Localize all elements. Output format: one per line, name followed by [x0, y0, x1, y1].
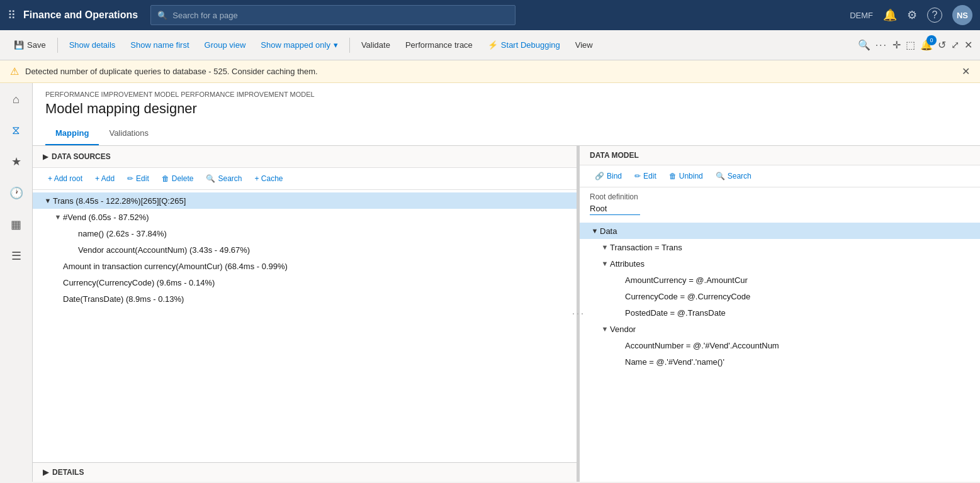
cross-reference-icon[interactable]: ✛: [893, 39, 901, 51]
search-icon: 🔍: [716, 172, 725, 180]
toolbar-separator-1: [57, 38, 58, 53]
delete-datasource-button[interactable]: 🗑 Delete: [157, 172, 199, 186]
data-model-toolbar: 🔗 Bind ✏ Edit 🗑 Unbind 🔍 Search: [580, 165, 980, 187]
nav-right-area: DEMF 🔔 ⚙ ? NS: [850, 5, 972, 25]
gear-icon[interactable]: ⚙: [907, 8, 917, 22]
global-search[interactable]: 🔍 Search for a page: [150, 5, 515, 25]
bind-button[interactable]: 🔗 Bind: [590, 169, 627, 183]
tree-item-name[interactable]: name() (2.62s - 37.84%): [33, 225, 577, 242]
data-model-pane: DATA MODEL 🔗 Bind ✏ Edit 🗑 Unbind: [580, 146, 980, 482]
search-icon: 🔍: [157, 11, 167, 20]
tree-item-name-model[interactable]: Name = @.'#Vend'.'name()': [580, 353, 980, 370]
avatar[interactable]: NS: [952, 5, 972, 25]
nav-grid-icon[interactable]: ⠿: [8, 8, 16, 22]
tree-item-account-number[interactable]: AccountNumber = @.'#Vend'.AccountNum: [580, 337, 980, 353]
tab-validations[interactable]: Validations: [99, 122, 159, 145]
validate-button[interactable]: Validate: [355, 38, 397, 52]
root-definition-label: Root definition: [590, 192, 970, 201]
page-header: PERFORMANCE IMPROVEMENT MODEL PERFORMANC…: [33, 83, 980, 122]
root-definition: Root definition Root: [580, 187, 980, 220]
main-toolbar: 💾 Save Show details Show name first Grou…: [0, 30, 980, 60]
left-sidebar: ⌂ ⧖ ★ 🕐 ▦ ☰: [0, 83, 33, 482]
content-area: PERFORMANCE IMPROVEMENT MODEL PERFORMANC…: [33, 83, 980, 482]
save-icon: 💾: [14, 40, 24, 50]
alert-bar: ⚠ Detected number of duplicate queries t…: [0, 60, 980, 83]
breadcrumb: PERFORMANCE IMPROVEMENT MODEL PERFORMANC…: [45, 91, 967, 98]
expand-icon[interactable]: ⬚: [906, 39, 915, 51]
dropdown-arrow-icon: ▾: [334, 40, 338, 50]
details-toggle-icon: ▶: [43, 468, 48, 477]
sidebar-recent-icon[interactable]: 🕐: [6, 182, 27, 204]
tree-toggle-transaction[interactable]: ▼: [600, 243, 610, 251]
open-new-icon[interactable]: ⤢: [951, 39, 959, 51]
data-sources-expand-icon[interactable]: ▶: [43, 153, 48, 161]
tree-item-currency-code[interactable]: CurrencyCode = @.CurrencyCode: [580, 288, 980, 304]
tree-item-posted-date[interactable]: PostedDate = @.TransDate: [580, 304, 980, 321]
toolbar-right-area: 🔍 ··· ✛ ⬚ 🔔 0 ↺ ⤢ ✕: [858, 39, 972, 51]
start-debugging-button[interactable]: ⚡ Start Debugging: [482, 38, 566, 52]
view-button[interactable]: View: [569, 38, 599, 52]
tree-item-vend[interactable]: ▼ #Vend (6.05s - 87.52%): [33, 209, 577, 225]
warning-icon: ⚠: [10, 65, 19, 77]
tree-item-date[interactable]: Date(TransDate) (8.9ms - 0.13%): [33, 291, 577, 307]
details-bar[interactable]: ▶ DETAILS: [33, 462, 577, 482]
data-sources-toolbar: + Add root + Add ✏ Edit 🗑 Delete 🔍: [33, 168, 577, 190]
search-icon-toolbar[interactable]: 🔍: [858, 39, 870, 51]
sidebar-modules-icon[interactable]: ☰: [8, 245, 25, 267]
notification-badge[interactable]: 🔔 0: [920, 39, 933, 51]
delete-icon: 🗑: [162, 174, 169, 183]
tree-item-attributes[interactable]: ▼ Attributes: [580, 255, 980, 272]
toolbar-separator-2: [349, 38, 350, 53]
bell-icon[interactable]: 🔔: [883, 8, 897, 22]
tree-item-data[interactable]: ▼ Data: [580, 223, 980, 239]
show-mapped-button[interactable]: Show mapped only ▾: [254, 38, 344, 52]
tree-item-trans[interactable]: ▼ Trans (8.45s - 122.28%)[265][Q:265]: [33, 192, 577, 209]
sidebar-home-icon[interactable]: ⌂: [9, 89, 23, 110]
data-model-tree: ▼ Data ▼ Transaction = Trans ▼ Attribute…: [580, 220, 980, 482]
add-button[interactable]: + Add: [90, 172, 120, 186]
sidebar-favorites-icon[interactable]: ★: [8, 151, 25, 172]
tree-toggle-trans[interactable]: ▼: [43, 197, 53, 204]
show-details-button[interactable]: Show details: [63, 38, 122, 52]
tree-toggle-data[interactable]: ▼: [590, 227, 600, 235]
data-sources-label: DATA SOURCES: [52, 152, 111, 161]
search-placeholder: Search for a page: [172, 11, 237, 20]
tab-bar: Mapping Validations: [33, 122, 980, 146]
search-datasource-button[interactable]: 🔍 Search: [201, 172, 247, 186]
app-title: Finance and Operations: [23, 9, 138, 21]
help-icon[interactable]: ?: [927, 8, 942, 23]
sidebar-filter-icon[interactable]: ⧖: [8, 120, 24, 141]
link-icon: 🔗: [595, 172, 604, 180]
tree-item-vendor[interactable]: ▼ Vendor: [580, 321, 980, 337]
unbind-icon: 🗑: [669, 172, 677, 180]
group-view-button[interactable]: Group view: [198, 38, 252, 52]
tree-item-transaction[interactable]: ▼ Transaction = Trans: [580, 239, 980, 255]
close-icon[interactable]: ✕: [964, 39, 972, 51]
more-icon[interactable]: ···: [876, 40, 887, 51]
main-layout: ⌂ ⧖ ★ 🕐 ▦ ☰ PERFORMANCE IMPROVEMENT MODE…: [0, 83, 980, 482]
env-label: DEMF: [850, 11, 873, 20]
tree-item-amount-currency[interactable]: AmountCurrency = @.AmountCur: [580, 272, 980, 288]
tree-toggle-vend[interactable]: ▼: [53, 213, 63, 221]
edit-datasource-button[interactable]: ✏ Edit: [122, 172, 154, 186]
performance-trace-button[interactable]: Performance trace: [399, 38, 479, 52]
alert-close-button[interactable]: ✕: [962, 65, 970, 77]
unbind-button[interactable]: 🗑 Unbind: [664, 169, 708, 183]
data-sources-pane: ▶ DATA SOURCES + Add root + Add ✏ Edit: [33, 146, 577, 482]
tree-toggle-attributes[interactable]: ▼: [600, 260, 610, 267]
tree-item-amount[interactable]: Amount in transaction currency(AmountCur…: [33, 258, 577, 274]
show-name-button[interactable]: Show name first: [124, 38, 195, 52]
refresh-icon[interactable]: ↺: [938, 39, 946, 51]
cache-button[interactable]: + Cache: [249, 172, 288, 186]
tab-mapping[interactable]: Mapping: [45, 122, 99, 145]
edit-icon: ✏: [127, 174, 133, 183]
search-model-button[interactable]: 🔍 Search: [711, 169, 757, 183]
add-root-button[interactable]: + Add root: [43, 172, 87, 186]
save-button[interactable]: 💾 Save: [8, 38, 52, 52]
sidebar-workspaces-icon[interactable]: ▦: [7, 214, 25, 235]
tree-item-currency[interactable]: Currency(CurrencyCode) (9.6ms - 0.14%): [33, 274, 577, 291]
tree-toggle-vendor[interactable]: ▼: [600, 325, 610, 333]
tree-item-vendor-account[interactable]: Vendor account(AccountNum) (3.43s - 49.6…: [33, 242, 577, 258]
page-title: Model mapping designer: [45, 101, 967, 117]
edit-model-button[interactable]: ✏ Edit: [629, 169, 662, 183]
